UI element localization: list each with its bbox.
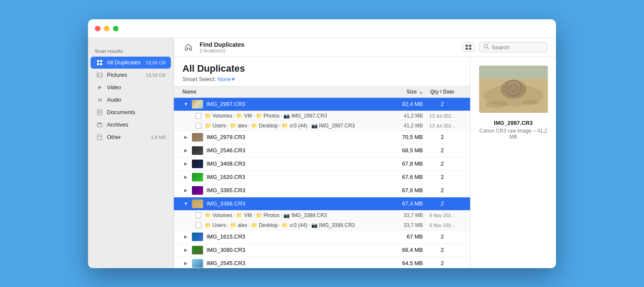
breadcrumb-item: 📁cr3 (44) — [282, 123, 307, 129]
file-size: 66,4 MB — [380, 247, 423, 253]
breadcrumb-separator: › — [249, 223, 250, 227]
file-sub-row[interactable]: 📁Volumes›📁VM›📁Photos›📷IMG_2997.CR341,2 M… — [174, 111, 470, 121]
file-thumbnail — [192, 186, 203, 195]
folder-icon: 📁 — [236, 212, 243, 218]
breadcrumb-separator: › — [234, 213, 235, 218]
minimize-button[interactable] — [104, 26, 109, 31]
sidebar-item-all-duplicates[interactable]: All Duplicates18,58 GB — [91, 57, 171, 69]
close-button[interactable] — [95, 26, 100, 31]
preview-meta: Canon CR3 raw image – 41,2 MB — [477, 128, 549, 140]
file-group-row[interactable]: ▶IMG_2546.CR368,5 MB2 — [174, 144, 470, 157]
sidebar-item-video[interactable]: Video — [91, 82, 171, 94]
sidebar-item-other[interactable]: Other3,8 MB — [91, 131, 171, 143]
breadcrumb-item: 📁Volumes — [205, 113, 232, 119]
svg-rect-0 — [97, 60, 99, 62]
preview-image — [479, 66, 548, 113]
file-thumbnail — [192, 259, 203, 268]
search-input[interactable] — [492, 44, 543, 51]
file-group-row[interactable]: ▶IMG_3408.CR367,8 MB2 — [174, 157, 470, 171]
expand-arrow-icon: ▶ — [182, 174, 189, 181]
svg-point-5 — [98, 74, 99, 75]
file-group-row[interactable]: ▶IMG_2545.CR364,5 MB2 — [174, 257, 470, 268]
all-duplicates-icon — [96, 59, 103, 66]
preview-panel: IMG_2997.CR3 Canon CR3 raw image – 41,2 … — [470, 57, 556, 268]
sub-file-size: 41,2 MB — [380, 113, 423, 119]
file-qty: 2 — [423, 233, 462, 240]
file-group-row[interactable]: ▶IMG_2979.CR370,5 MB2 — [174, 131, 470, 144]
collapse-arrow-icon: ▼ — [182, 101, 189, 108]
sort-icon[interactable]: ⌄ — [419, 89, 423, 95]
home-button[interactable] — [182, 41, 194, 53]
audio-icon — [96, 96, 103, 104]
file-group-row[interactable]: ▶IMG_3365.CR367,6 MB2 — [174, 184, 470, 197]
file-group-row[interactable]: ▼IMG_3388.CR367,4 MB2 — [174, 197, 470, 211]
file-name: IMG_1620.CR3 — [207, 174, 380, 180]
breadcrumb-separator: › — [227, 123, 228, 128]
file-name: IMG_3365.CR3 — [207, 187, 380, 193]
sidebar-item-documents[interactable]: Documents — [91, 106, 171, 118]
search-box[interactable] — [479, 42, 547, 52]
breadcrumb-separator: › — [253, 113, 254, 118]
sidebar-item-pictures[interactable]: Pictures18,58 GB — [91, 69, 171, 81]
file-name: IMG_2545.CR3 — [207, 260, 380, 266]
file-qty: 2 — [423, 134, 462, 140]
header-subtitle: 2 location(s) — [200, 48, 462, 53]
file-group-row[interactable]: ▶IMG_1620.CR367,6 MB2 — [174, 171, 470, 184]
file-checkbox[interactable] — [195, 113, 201, 119]
breadcrumb-item: 📁Photos — [256, 113, 279, 119]
file-sub-row[interactable]: 📁Volumes›📁VM›📁Photos›📷IMG_3388.CR333,7 M… — [174, 211, 470, 221]
preview-filename: IMG_2997.CR3 — [494, 120, 532, 126]
expand-arrow-icon: ▶ — [182, 233, 189, 240]
sidebar-item-audio[interactable]: Audio — [91, 94, 171, 106]
file-group-row[interactable]: ▶IMG_3090.CR366,4 MB2 — [174, 244, 470, 257]
smart-select-value: None — [218, 76, 231, 82]
file-sub-row[interactable]: 📁Users›📁alex›📁Desktop›📁cr3 (44)›📷IMG_299… — [174, 121, 470, 131]
file-thumbnail — [192, 100, 203, 109]
other-icon — [96, 133, 103, 141]
expand-arrow-icon: ▶ — [182, 260, 189, 267]
col-header-qty: Qty / Date — [423, 89, 462, 95]
file-sub-row[interactable]: 📁Users›📁alex›📁Desktop›📁cr3 (44)›📷IMG_338… — [174, 221, 470, 230]
breadcrumb-item: 📁Users — [205, 222, 226, 228]
sub-file-size: 41,2 MB — [380, 123, 423, 129]
file-name: IMG_2546.CR3 — [207, 147, 380, 154]
sidebar-item-archives[interactable]: Archives — [91, 119, 171, 131]
maximize-button[interactable] — [113, 26, 118, 31]
col-header-size: Size ⌄ — [380, 89, 423, 95]
file-group-row[interactable]: ▼IMG_2997.CR382,4 MB2 — [174, 98, 470, 111]
smart-select-dropdown[interactable]: None ▾ — [218, 76, 235, 82]
file-qty: 2 — [423, 247, 462, 253]
breadcrumb-path: 📁Volumes›📁VM›📁Photos›📷IMG_2997.CR3 — [205, 113, 380, 119]
smart-select-label: Smart Select: — [182, 76, 216, 82]
file-group-row[interactable]: ▶IMG_1615.CR367 MB2 — [174, 230, 470, 244]
folder-icon: 📁 — [256, 113, 262, 119]
sidebar-item-label-other: Other — [107, 134, 151, 140]
file-size: 67 MB — [380, 233, 423, 240]
svg-rect-12 — [97, 123, 102, 124]
breadcrumb-item: 📁Desktop — [251, 123, 278, 129]
breadcrumb-path: 📁Users›📁alex›📁Desktop›📁cr3 (44)›📷IMG_338… — [205, 222, 380, 228]
file-size: 64,5 MB — [380, 260, 423, 266]
layout-toggle-button[interactable] — [462, 42, 474, 52]
file-thumbnail — [192, 173, 203, 181]
app-window: Scan results All Duplicates18,58 GBPictu… — [88, 19, 556, 268]
file-checkbox[interactable] — [195, 222, 201, 228]
sub-file-date: 13 Jul 202... — [423, 113, 462, 118]
file-list-scroll[interactable]: ▼IMG_2997.CR382,4 MB2📁Volumes›📁VM›📁Photo… — [174, 98, 470, 268]
sub-file-date: 6 Nov 202... — [423, 213, 462, 218]
file-size: 82,4 MB — [380, 101, 423, 107]
expand-arrow-icon: ▶ — [182, 147, 189, 154]
titlebar — [88, 19, 556, 38]
expand-arrow-icon: ▶ — [182, 187, 189, 194]
file-icon: 📷 — [283, 113, 290, 119]
file-checkbox[interactable] — [195, 212, 201, 218]
svg-marker-6 — [98, 86, 102, 89]
file-thumbnail — [192, 233, 203, 241]
file-qty: 2 — [423, 101, 462, 107]
sidebar-item-label-documents: Documents — [107, 109, 166, 115]
svg-rect-2 — [97, 63, 99, 65]
file-checkbox[interactable] — [195, 123, 201, 129]
svg-point-20 — [484, 45, 488, 48]
file-name: IMG_2997.CR3 — [207, 101, 380, 107]
expand-arrow-icon: ▶ — [182, 247, 189, 254]
